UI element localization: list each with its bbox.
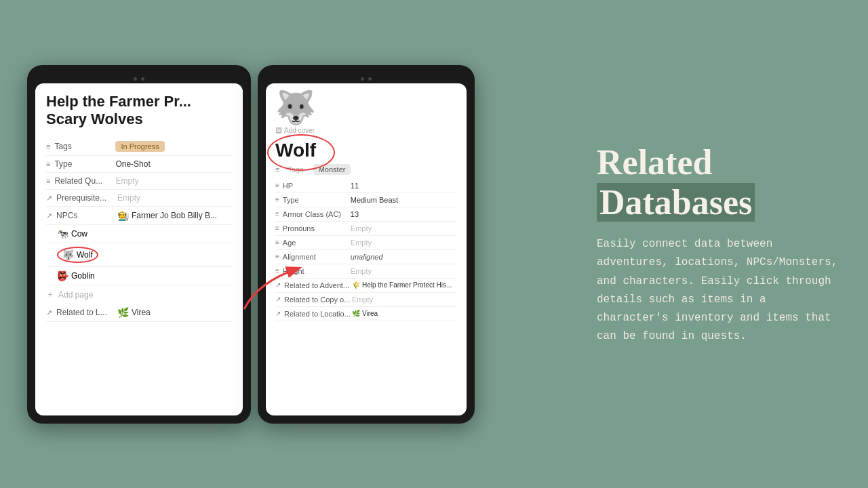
location-name: Virea	[132, 308, 151, 317]
cow-npc[interactable]: 🐄 Cow	[57, 228, 87, 239]
tags-row: ≡ Tags In Progress	[46, 138, 232, 156]
list-icon: ≡	[275, 267, 279, 274]
goblin-name: Goblin	[71, 271, 95, 281]
list-icon: ≡	[275, 165, 279, 174]
tablet-dot	[134, 77, 137, 81]
cow-name: Cow	[71, 229, 87, 239]
tablet-notch-right	[266, 73, 467, 83]
height-label: Height	[283, 267, 351, 275]
location-emoji: 🌿	[117, 307, 129, 318]
arrow-icon: ↗	[275, 310, 281, 317]
related-adventure-label: Related to Advent...	[284, 281, 352, 289]
age-value: Empty	[351, 239, 372, 247]
arrow-icon: ↗	[46, 308, 52, 317]
related-quest-label: Related Qu...	[54, 176, 115, 186]
add-page-row[interactable]: ＋ Add page	[46, 285, 232, 304]
related-adventure-value[interactable]: 🌾 Help the Farmer Protect His...	[352, 281, 452, 289]
npcs-value: 🧑‍🌾 Farmer Jo Bob Billy B...	[117, 210, 217, 221]
ac-label: Armor Class (AC)	[283, 210, 351, 218]
goblin-npc[interactable]: 👺 Goblin	[57, 270, 95, 281]
type-label: Type	[54, 159, 115, 169]
prerequisite-row: ↗ Prerequisite... Empty	[46, 190, 232, 207]
list-icon: ≡	[275, 210, 279, 218]
list-icon: ≡	[46, 142, 50, 150]
related-location-label: Related to L...	[56, 308, 117, 317]
npcs-row: ↗ NPCs 🧑‍🌾 Farmer Jo Bob Billy B...	[46, 207, 232, 225]
in-progress-badge[interactable]: In Progress	[115, 141, 164, 152]
wolf-emoji-large: 🐺	[275, 92, 316, 124]
type-row: ≡ Type One-Shot	[46, 156, 232, 173]
list-icon: ≡	[275, 196, 279, 203]
goblin-npc-row: 👺 Goblin	[46, 267, 232, 285]
plus-icon: ＋	[46, 289, 54, 300]
add-page-label[interactable]: Add page	[58, 290, 93, 300]
wolf-tags-row: ≡ Tags Monster	[275, 164, 457, 175]
right-content: 🐺 🖼 Add cover Wolf ≡ Tags Monster	[266, 83, 467, 329]
pronouns-row: ≡ Pronouns Empty	[275, 222, 457, 236]
adventure-name: Help the Farmer Protect His...	[362, 281, 452, 289]
list-icon: ≡	[46, 160, 50, 168]
section-title: Related Databases	[597, 142, 841, 224]
related-quest-value: Empty	[115, 176, 138, 186]
arrow-icon: ↗	[46, 194, 52, 203]
wolf-title: Wolf	[275, 140, 316, 161]
arrow-icon: ↗	[275, 281, 281, 289]
hp-label: HP	[283, 182, 351, 190]
wolf-npc-row[interactable]: 🐺 Wolf	[46, 243, 232, 267]
right-tablet: 🐺 🖼 Add cover Wolf ≡ Tags Monster	[258, 65, 475, 424]
prerequisite-label: Prerequisite...	[56, 193, 117, 203]
arrow-icon: ↗	[275, 296, 281, 303]
npcs-label: NPCs	[56, 211, 117, 220]
title-line2: Databases	[597, 183, 755, 222]
tablet-dot	[368, 77, 372, 81]
ac-row: ≡ Armor Class (AC) 13	[275, 207, 457, 222]
related-location-label: Related to Locatio...	[284, 310, 352, 318]
left-content: Help the Farmer Pr... Scary Wolves ≡ Tag…	[35, 83, 243, 332]
type-value-right: Medium Beast	[351, 196, 398, 204]
monster-badge[interactable]: Monster	[313, 164, 351, 175]
wolf-header: 🐺 🖼 Add cover	[275, 92, 457, 134]
related-location-row: ↗ Related to Locatio... 🌿 Virea	[275, 307, 457, 321]
add-cover-label[interactable]: Add cover	[284, 127, 315, 134]
related-adventure-row: ↗ Related to Advent... 🌾 Help the Farmer…	[275, 279, 457, 293]
tablets-section: Help the Farmer Pr... Scary Wolves ≡ Tag…	[27, 65, 475, 424]
related-copy-value: Empty	[352, 296, 373, 304]
related-quest-row: ≡ Related Qu... Empty	[46, 173, 232, 190]
arrow-icon: ↗	[46, 211, 52, 220]
left-tablet-screen: Help the Farmer Pr... Scary Wolves ≡ Tag…	[35, 83, 243, 415]
alignment-value: unaligned	[351, 253, 383, 261]
wolf-name: Wolf	[77, 250, 93, 260]
list-icon: ≡	[275, 239, 279, 246]
height-value: Empty	[351, 267, 372, 275]
alignment-label: Alignment	[283, 253, 351, 261]
cow-npc-row: 🐄 Cow	[46, 225, 232, 243]
ac-value: 13	[351, 210, 359, 218]
section-description: Easily connect data between adventures, …	[597, 235, 841, 346]
tags-label: Tags	[54, 142, 115, 151]
age-row: ≡ Age Empty	[275, 236, 457, 250]
location-name-right: Virea	[362, 310, 378, 317]
goblin-emoji: 👺	[57, 270, 68, 281]
related-location-value[interactable]: 🌿 Virea	[117, 307, 151, 318]
related-location-value[interactable]: 🌿 Virea	[352, 310, 378, 317]
page-title: Help the Farmer Pr... Scary Wolves	[46, 93, 232, 129]
wolf-npc-highlighted[interactable]: 🐺 Wolf	[57, 247, 98, 263]
type-row-right: ≡ Type Medium Beast	[275, 193, 457, 207]
cow-emoji: 🐄	[57, 228, 68, 239]
tablet-dot	[361, 77, 364, 81]
add-cover-button[interactable]: 🖼 Add cover	[275, 127, 315, 134]
title-line1: Related	[597, 143, 712, 182]
type-value: One-Shot	[115, 159, 150, 169]
list-icon: ≡	[46, 177, 50, 185]
wolf-emoji: 🐺	[62, 249, 74, 260]
list-icon: ≡	[275, 224, 279, 232]
type-label-right: Type	[283, 196, 351, 204]
related-copy-row: ↗ Related to Copy o... Empty	[275, 293, 457, 307]
hp-value: 11	[351, 182, 359, 190]
hp-row: ≡ HP 11	[275, 179, 457, 193]
alignment-row: ≡ Alignment unaligned	[275, 250, 457, 264]
adventure-emoji: 🌾	[352, 281, 360, 289]
location-emoji: 🌿	[352, 310, 360, 317]
image-icon: 🖼	[275, 127, 282, 134]
text-section: Related Databases Easily connect data be…	[583, 142, 841, 346]
